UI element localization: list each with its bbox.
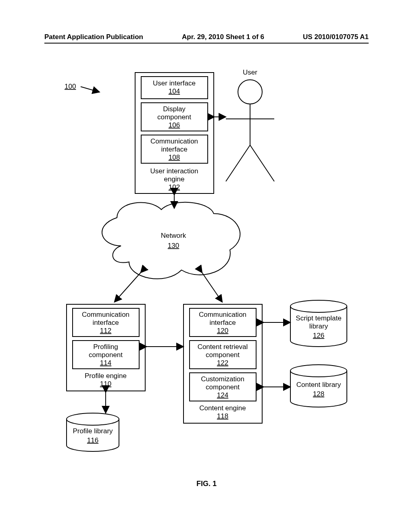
comm108-title-1: Communication bbox=[150, 137, 198, 145]
cl-title: Content library bbox=[296, 381, 341, 389]
svg-point-30 bbox=[290, 365, 347, 377]
user-interaction-engine: User interface 104 Display component 106… bbox=[135, 73, 214, 193]
svg-line-12 bbox=[115, 272, 141, 301]
cust-t1: Customization bbox=[201, 375, 244, 383]
network-title: Network bbox=[161, 232, 186, 239]
content-library: Content library 128 bbox=[290, 365, 347, 407]
comm108-num: 108 bbox=[169, 154, 180, 161]
comm112-t1: Communication bbox=[82, 311, 129, 318]
svg-point-5 bbox=[238, 80, 262, 104]
svg-line-9 bbox=[250, 145, 274, 181]
display-title-2: component bbox=[157, 113, 191, 121]
ref-100: 100 bbox=[65, 83, 76, 90]
svg-line-8 bbox=[226, 145, 250, 181]
ret-t2: component bbox=[206, 351, 240, 359]
prof-t2: component bbox=[89, 351, 123, 359]
pl-title: Profile library bbox=[73, 427, 113, 435]
pe-num: 110 bbox=[100, 380, 111, 388]
user-icon: User bbox=[226, 69, 274, 181]
ce-num: 118 bbox=[217, 412, 228, 420]
diagram: 100 User interface 104 Display component… bbox=[0, 48, 413, 492]
profile-engine: Communication interface 112 Profiling co… bbox=[67, 304, 145, 391]
user-label: User bbox=[243, 69, 257, 76]
network-cloud: Network 130 bbox=[102, 202, 240, 279]
ui-num: 104 bbox=[169, 87, 180, 95]
cl-num: 128 bbox=[313, 390, 324, 398]
display-title-1: Display bbox=[163, 105, 186, 113]
comm112-num: 112 bbox=[100, 327, 111, 335]
svg-point-26 bbox=[290, 300, 347, 312]
uie-title-1: User interaction bbox=[150, 167, 198, 175]
pe-title: Profile engine bbox=[85, 372, 127, 380]
comm120-t1: Communication bbox=[199, 311, 246, 318]
profile-library: Profile library 116 bbox=[67, 413, 119, 451]
prof-t1: Profiling bbox=[93, 343, 118, 351]
comm120-t2: interface bbox=[209, 319, 236, 326]
cust-num: 124 bbox=[217, 391, 228, 399]
uie-num: 102 bbox=[169, 183, 180, 191]
comm112-t2: interface bbox=[92, 319, 119, 326]
comm108-title-2: interface bbox=[161, 145, 187, 153]
header-right: US 2010/0107075 A1 bbox=[303, 33, 369, 41]
uie-title-2: engine bbox=[164, 175, 184, 183]
svg-line-13 bbox=[202, 272, 222, 301]
prof-num: 114 bbox=[100, 359, 111, 367]
ui-title: User interface bbox=[153, 79, 196, 87]
script-template-library: Script template library 126 bbox=[290, 300, 347, 347]
cust-t2: component bbox=[206, 383, 240, 391]
content-engine: Communication interface 120 Content retr… bbox=[184, 304, 262, 423]
ce-title: Content engine bbox=[199, 404, 246, 412]
stl-num: 126 bbox=[313, 332, 324, 339]
svg-line-0 bbox=[81, 87, 99, 92]
ret-num: 122 bbox=[217, 359, 228, 367]
figure-label: FIG. 1 bbox=[0, 480, 413, 488]
stl-t1: Script template bbox=[296, 314, 341, 322]
ret-t1: Content retrieval bbox=[198, 343, 248, 351]
page-header: Patent Application Publication Apr. 29, … bbox=[44, 33, 369, 44]
stl-t2: library bbox=[309, 322, 328, 330]
display-num: 106 bbox=[169, 121, 180, 129]
page: Patent Application Publication Apr. 29, … bbox=[0, 0, 413, 532]
network-num: 130 bbox=[168, 242, 179, 249]
pl-num: 116 bbox=[87, 436, 98, 444]
comm120-num: 120 bbox=[217, 327, 228, 335]
header-left: Patent Application Publication bbox=[44, 33, 143, 41]
svg-point-17 bbox=[67, 413, 119, 425]
header-center: Apr. 29, 2010 Sheet 1 of 6 bbox=[182, 33, 264, 41]
